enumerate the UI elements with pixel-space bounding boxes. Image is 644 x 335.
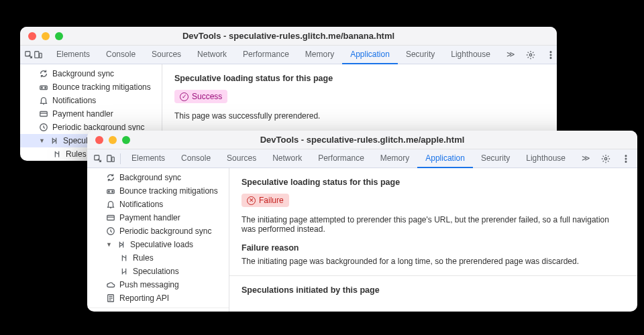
inspect-icon[interactable] xyxy=(91,151,105,166)
sidebar-item-payment[interactable]: Payment handler xyxy=(87,211,229,224)
failure-reason-text: The initiating page was backgrounded for… xyxy=(241,257,625,266)
svg-rect-14 xyxy=(112,157,115,161)
tab-memory[interactable]: Memory xyxy=(372,149,417,168)
tree-label: Speculations xyxy=(133,267,179,276)
svg-point-4 xyxy=(550,51,551,52)
sidebar-item-background-sync[interactable]: Background sync xyxy=(87,171,229,184)
tabs-overflow-icon[interactable]: ≫ xyxy=(498,46,523,64)
check-icon: ✓ xyxy=(180,92,189,101)
svg-point-20 xyxy=(109,191,110,192)
inspect-icon[interactable] xyxy=(24,48,34,62)
svg-rect-1 xyxy=(35,51,39,58)
tab-lighthouse[interactable]: Lighthouse xyxy=(443,46,498,64)
window-controls xyxy=(20,32,63,40)
svg-point-17 xyxy=(625,158,627,159)
tab-elements[interactable]: Elements xyxy=(123,149,173,168)
tree-label: Rules xyxy=(66,149,87,159)
tree-label: Push messaging xyxy=(119,280,179,289)
svg-point-6 xyxy=(550,57,551,58)
sidebar-item-speculations[interactable]: Speculations xyxy=(87,265,229,278)
tabs-overflow-icon[interactable]: ≫ xyxy=(574,149,598,168)
sidebar-item-background-sync[interactable]: Background sync xyxy=(20,67,162,80)
gear-icon[interactable] xyxy=(523,48,538,62)
svg-point-21 xyxy=(112,191,113,192)
report-icon xyxy=(106,293,115,303)
sidebar-item-bounce[interactable]: Bounce tracking mitigations xyxy=(20,80,162,94)
x-icon: ✕ xyxy=(247,196,256,205)
svg-point-18 xyxy=(625,161,627,162)
tab-sources[interactable]: Sources xyxy=(219,149,264,168)
tab-application[interactable]: Application xyxy=(342,46,398,64)
tree-label: Payment handler xyxy=(119,213,180,222)
titlebar: DevTools - speculative-rules.glitch.me/b… xyxy=(20,27,557,46)
tree-label: Notifications xyxy=(52,96,96,105)
sidebar-item-periodic-sync[interactable]: Periodic background sync xyxy=(87,224,229,238)
sidebar: Background sync Bounce tracking mitigati… xyxy=(87,168,229,312)
kebab-icon[interactable] xyxy=(619,151,633,166)
gear-icon[interactable] xyxy=(598,151,613,166)
tab-security[interactable]: Security xyxy=(398,46,443,64)
sidebar-item-speculative-loads[interactable]: ▼Speculative loads xyxy=(87,238,229,251)
tree-label: Background sync xyxy=(52,69,114,78)
card-icon xyxy=(39,109,48,119)
tab-network[interactable]: Network xyxy=(264,149,310,168)
device-icon[interactable] xyxy=(105,151,118,166)
tab-application[interactable]: Application xyxy=(417,149,473,168)
card-icon xyxy=(106,213,115,222)
clock-icon xyxy=(39,123,48,132)
status-title: Speculative loading status for this page xyxy=(174,74,545,83)
zoom-icon[interactable] xyxy=(122,136,130,144)
zoom-icon[interactable] xyxy=(55,32,63,40)
speculations-title: Speculations initiated by this page xyxy=(241,285,625,295)
window-controls xyxy=(87,136,130,144)
svg-rect-2 xyxy=(40,53,42,58)
tab-console[interactable]: Console xyxy=(98,46,144,64)
sidebar-item-bounce[interactable]: Bounce tracking mitigations xyxy=(87,184,229,198)
minimize-icon[interactable] xyxy=(109,136,117,144)
sidebar-item-reporting[interactable]: Reporting API xyxy=(87,291,229,305)
spec-icon xyxy=(117,240,126,249)
titlebar: DevTools - speculative-rules.glitch.me/a… xyxy=(87,131,637,149)
svg-point-15 xyxy=(604,157,607,160)
status-title: Speculative loading status for this page xyxy=(241,178,625,187)
cloud-icon xyxy=(106,280,115,289)
sidebar-item-notifications[interactable]: Notifications xyxy=(87,198,229,211)
tree-label: Reporting API xyxy=(119,293,169,303)
tab-network[interactable]: Network xyxy=(189,46,235,64)
tab-lighthouse[interactable]: Lighthouse xyxy=(518,149,574,168)
sync-icon xyxy=(39,69,48,78)
status-badge: ✕Failure xyxy=(241,194,289,207)
tab-performance[interactable]: Performance xyxy=(310,149,372,168)
status-text: This page was successfully prerendered. xyxy=(174,111,545,121)
close-icon[interactable] xyxy=(28,32,36,40)
tab-memory[interactable]: Memory xyxy=(297,46,342,64)
tab-performance[interactable]: Performance xyxy=(235,46,297,64)
tab-sources[interactable]: Sources xyxy=(144,46,189,64)
window-title: DevTools - speculative-rules.glitch.me/a… xyxy=(87,135,637,145)
clock-icon xyxy=(106,226,115,236)
sidebar-item-notifications[interactable]: Notifications xyxy=(20,94,162,107)
sidebar-item-push[interactable]: Push messaging xyxy=(87,278,229,291)
close-icon[interactable] xyxy=(95,136,103,144)
sidebar-item-rules[interactable]: Rules xyxy=(87,251,229,265)
device-icon[interactable] xyxy=(34,48,43,62)
tab-console[interactable]: Console xyxy=(173,149,219,168)
divider xyxy=(229,275,637,276)
tree-label: Payment handler xyxy=(52,109,113,119)
sidebar-item-payment[interactable]: Payment handler xyxy=(20,107,162,121)
spec-icon xyxy=(50,136,59,145)
status-badge: ✓Success xyxy=(174,90,227,103)
tab-security[interactable]: Security xyxy=(473,149,518,168)
kebab-icon[interactable] xyxy=(543,48,557,62)
bounce-icon xyxy=(106,186,115,196)
bounce-icon xyxy=(39,82,48,92)
badge-label: Failure xyxy=(259,196,284,205)
bell-icon xyxy=(106,200,115,209)
caret-down-icon: ▼ xyxy=(106,241,113,248)
sync-icon xyxy=(106,173,115,182)
svg-point-3 xyxy=(529,54,532,56)
tree-label: Speculative loads xyxy=(130,240,193,249)
tab-elements[interactable]: Elements xyxy=(48,46,98,64)
minimize-icon[interactable] xyxy=(42,32,50,40)
window-title: DevTools - speculative-rules.glitch.me/b… xyxy=(20,31,557,41)
